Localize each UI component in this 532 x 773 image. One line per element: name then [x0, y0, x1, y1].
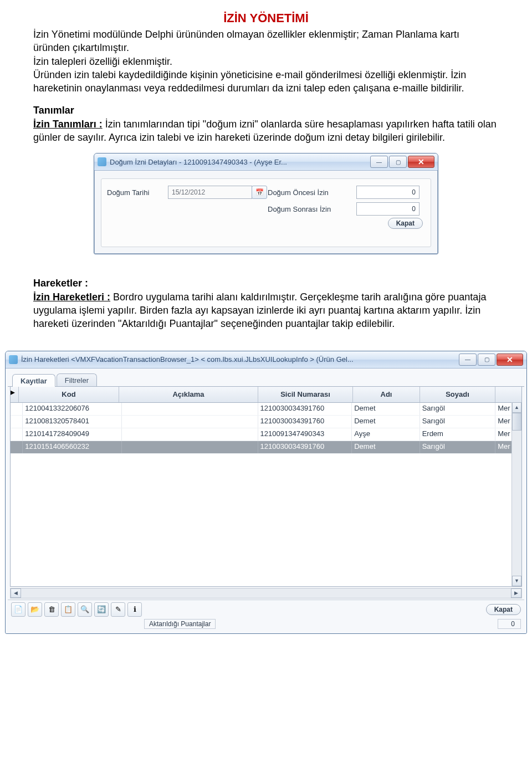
col-soyadi[interactable]: Soyadı [420, 387, 495, 402]
cell-aciklama [122, 441, 258, 453]
search-icon[interactable]: 🔍 [78, 602, 92, 617]
app-icon [98, 157, 106, 166]
cell-sicil: 1210091347490343 [258, 428, 352, 441]
cell-soyadi: Erdem [420, 428, 496, 441]
oncesi-label: Doğum Öncesi İzin [268, 188, 356, 197]
data-grid: ▸ Kod Açıklama Sicil Numarası Adı Soyadı… [10, 387, 522, 587]
intro-paragraph: İzin Yönetimi modülünde Delphi ürününden… [33, 28, 499, 95]
table-row[interactable]: 1210081320578401 1210030034391760 Demet … [11, 416, 521, 428]
tab-filtreler[interactable]: Filtreler [57, 373, 97, 386]
dialog-caption: Doğum İzni Detayları - 1210091347490343 … [110, 158, 370, 166]
izin-tanimlari-label: İzin Tanımları : [33, 119, 103, 130]
col-sicil[interactable]: Sicil Numarası [258, 387, 353, 402]
cell-adi: Ayşe [352, 428, 420, 441]
dogum-tarihi-label: Doğum Tarihi [107, 188, 168, 197]
delete-icon[interactable]: 🗑 [44, 602, 59, 617]
cell-soyadi: Sarıgöl [420, 403, 496, 415]
vertical-scrollbar[interactable]: ▲ ▼ [511, 402, 521, 586]
cell-kod: 1210151406560232 [23, 441, 122, 453]
cell-kod: 1210141728409049 [23, 428, 122, 441]
window2-caption: İzin Hareketleri <VMXFVacationTransactio… [21, 355, 459, 364]
open-icon[interactable]: 📂 [28, 602, 42, 617]
cell-adi: Demet [352, 403, 420, 415]
tab-kayitlar[interactable]: Kayıtlar [12, 374, 55, 387]
scroll-right-icon[interactable]: ▶ [511, 588, 521, 598]
status-label: Aktarıldığı Puantajlar [144, 619, 216, 629]
cell-soyadi: Sarıgöl [420, 441, 496, 453]
kapat-button[interactable]: Kapat [486, 604, 521, 615]
app-icon [9, 355, 18, 364]
izin-hareketleri-window: İzin Hareketleri <VMXFVacationTransactio… [5, 351, 527, 634]
dogum-izni-dialog: Doğum İzni Detayları - 1210091347490343 … [94, 153, 438, 254]
oncesi-field[interactable]: 0 [356, 186, 420, 199]
cell-soyadi: Sarıgöl [420, 416, 496, 428]
refresh-icon[interactable]: 🔄 [94, 602, 109, 617]
izin-hareketleri-label: İzin Hareketleri : [33, 291, 110, 303]
toolbar: 📄 📂 🗑 📋 🔍 🔄 ✎ ℹ Kapat [8, 600, 524, 619]
new-icon[interactable]: 📄 [11, 602, 25, 617]
table-row[interactable]: 1210151406560232 1210030034391760 Demet … [11, 441, 521, 454]
sonrasi-label: Doğum Sonrası İzin [268, 205, 356, 213]
tabstrip: Kayıtlar Filtreler [8, 372, 524, 387]
cell-sicil: 1210030034391760 [258, 403, 352, 415]
form-panel: Doğum Tarihi 15/12/2012 📅 Doğum Öncesi İ… [101, 178, 431, 247]
calendar-icon[interactable]: 📅 [252, 186, 267, 199]
sonrasi-field[interactable]: 0 [356, 202, 420, 216]
cell-kod: 1210041332206076 [23, 403, 122, 415]
izin-tanimlari-text: İzin tanımlarından tipi "doğum izni" ola… [33, 119, 497, 143]
edit-icon[interactable]: ✎ [111, 602, 125, 617]
cell-aciklama [122, 428, 258, 441]
hareketler-paragraph: Hareketler : İzin Hareketleri : Bordro u… [33, 277, 499, 330]
window2-titlebar[interactable]: İzin Hareketleri <VMXFVacationTransactio… [6, 351, 526, 368]
scroll-up-icon[interactable]: ▲ [512, 402, 521, 413]
table-row[interactable]: 1210041332206076 1210030034391760 Demet … [11, 403, 521, 416]
table-row[interactable]: 1210141728409049 1210091347490343 Ayşe E… [11, 428, 521, 441]
cell-sicil: 1210030034391760 [258, 416, 352, 428]
cell-kod: 1210081320578401 [23, 416, 122, 428]
info-icon[interactable]: ℹ [127, 602, 142, 617]
dogum-tarihi-field[interactable]: 15/12/2012 [168, 186, 252, 199]
hareketler-heading: Hareketler : [33, 278, 88, 289]
copy-icon[interactable]: 📋 [61, 602, 75, 617]
grid-header: ▸ Kod Açıklama Sicil Numarası Adı Soyadı [11, 387, 521, 403]
close-button[interactable]: ✕ [497, 354, 523, 366]
scroll-thumb[interactable] [512, 413, 521, 431]
col-extra[interactable] [495, 387, 518, 402]
cell-sicil: 1210030034391760 [258, 441, 352, 453]
horizontal-scrollbar[interactable]: ◀ ▶ [10, 588, 522, 598]
tanimlar-heading: Tanımlar [33, 105, 74, 116]
minimize-button[interactable]: — [459, 354, 477, 366]
tanimlar-paragraph: Tanımlar İzin Tanımları : İzin tanımları… [33, 104, 499, 144]
status-bar: Aktarıldığı Puantajlar 0 [8, 619, 524, 631]
row-marker-col[interactable]: ▸ [11, 387, 19, 402]
page-title: İZİN YÖNETİMİ [33, 11, 499, 25]
status-count: 0 [498, 619, 521, 629]
col-adi[interactable]: Adı [353, 387, 420, 402]
dogum-tarihi-value: 15/12/2012 [168, 188, 252, 196]
cell-adi: Demet [352, 416, 420, 428]
close-button[interactable]: ✕ [408, 156, 434, 168]
cell-aciklama [122, 403, 258, 415]
col-aciklama[interactable]: Açıklama [119, 387, 258, 402]
scroll-left-icon[interactable]: ◀ [11, 588, 21, 598]
cell-aciklama [122, 416, 258, 428]
col-kod[interactable]: Kod [19, 387, 119, 402]
minimize-button[interactable]: — [370, 156, 388, 168]
cell-adi: Demet [352, 441, 420, 453]
kapat-button[interactable]: Kapat [388, 218, 423, 229]
maximize-button[interactable]: ▢ [478, 354, 495, 366]
maximize-button[interactable]: ▢ [389, 156, 407, 168]
scroll-down-icon[interactable]: ▼ [512, 576, 521, 586]
dialog-titlebar[interactable]: Doğum İzni Detayları - 1210091347490343 … [94, 153, 438, 171]
